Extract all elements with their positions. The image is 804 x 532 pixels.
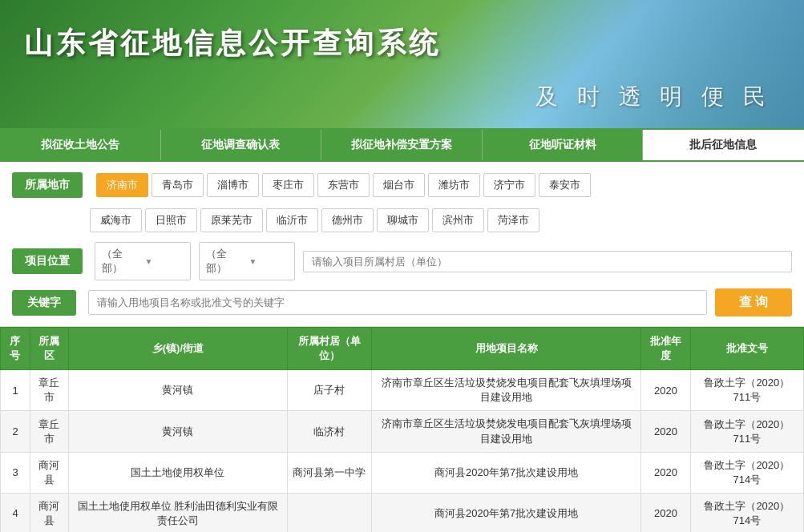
cell-r3-c1: 商河县 (30, 493, 68, 532)
cell-r2-c0: 3 (1, 452, 30, 493)
city-btn-weihai[interactable]: 威海市 (90, 208, 142, 232)
city-btn-linyi[interactable]: 临沂市 (266, 208, 318, 232)
cell-r1-c4: 济南市章丘区生活垃圾焚烧发电项目配套飞灰填埋场项目建设用地 (371, 411, 640, 452)
search-button[interactable]: 查 询 (715, 288, 792, 316)
city-btn-qingdao[interactable]: 青岛市 (152, 173, 204, 197)
city-btn-jinan[interactable]: 济南市 (96, 173, 148, 197)
cell-r3-c6: 鲁政土字（2020）714号 (690, 493, 803, 532)
main-nav: 拟征收土地公告征地调查确认表拟征地补偿安置方案征地听证材料批后征地信息 (0, 128, 804, 162)
cell-r0-c3: 店子村 (287, 370, 371, 411)
table-row: 3商河县国土土地使用权单位商河县第一中学商河县2020年第7批次建设用地2020… (1, 452, 804, 493)
th-project: 用地项目名称 (371, 328, 640, 370)
data-table: 序号所属区乡(镇)/街道所属村居（单位）用地项目名称批准年度批准文号 1章丘市黄… (0, 327, 804, 532)
select-township[interactable]: （全部） ▼ (199, 242, 295, 280)
keyword-input[interactable] (88, 290, 707, 315)
city-btn-laiwu[interactable]: 原莱芜市 (200, 208, 263, 232)
nav-item-approved[interactable]: 批后征地信息 (643, 130, 804, 160)
cell-r3-c3 (287, 493, 371, 532)
city-buttons-row2: 威海市日照市原莱芜市临沂市德州市聊城市滨州市菏泽市 (88, 207, 792, 234)
cell-r1-c0: 2 (1, 411, 30, 452)
city-btn-yantai[interactable]: 烟台市 (373, 173, 425, 197)
cell-r2-c5: 2020 (641, 452, 690, 493)
th-seq: 序号 (1, 328, 30, 370)
table-row: 1章丘市黄河镇店子村济南市章丘区生活垃圾焚烧发电项目配套飞灰填埋场项目建设用地2… (1, 370, 804, 411)
position-row: 项目位置 （全部） ▼ （全部） ▼ (12, 242, 792, 280)
region-row2: 威海市日照市原莱芜市临沂市德州市聊城市滨州市菏泽市 (12, 207, 792, 234)
unit-input[interactable] (303, 251, 792, 272)
nav-item-land-notice[interactable]: 拟征收土地公告 (0, 130, 161, 160)
cell-r0-c2: 黄河镇 (68, 370, 287, 411)
cell-r1-c3: 临济村 (287, 411, 371, 452)
cell-r3-c0: 4 (1, 493, 30, 532)
cell-r1-c1: 章丘市 (30, 411, 68, 452)
region-label: 所属地市 (12, 172, 83, 198)
cell-r0-c5: 2020 (641, 370, 690, 411)
cell-r1-c2: 黄河镇 (68, 411, 287, 452)
th-district: 所属区 (30, 328, 68, 370)
cell-r2-c2: 国土土地使用权单位 (68, 452, 287, 493)
cell-r0-c0: 1 (1, 370, 30, 411)
select-township-arrow: ▼ (249, 257, 289, 266)
city-btn-dezhou[interactable]: 德州市 (321, 208, 374, 232)
city-buttons-row1: 济南市青岛市淄博市枣庄市东营市烟台市潍坊市济宁市泰安市 (95, 171, 792, 199)
cell-r2-c1: 商河县 (30, 452, 68, 493)
select-district-arrow: ▼ (145, 257, 184, 266)
header-subtitle: 及 时 透 明 便 民 (535, 82, 772, 112)
city-btn-heze[interactable]: 菏泽市 (487, 208, 539, 232)
table-body: 1章丘市黄河镇店子村济南市章丘区生活垃圾焚烧发电项目配套飞灰填埋场项目建设用地2… (1, 370, 804, 533)
table-row: 4商河县国土土地使用权单位 胜利油田德利实业有限责任公司商河县2020年第7批次… (1, 493, 804, 532)
city-btn-binzhou[interactable]: 滨州市 (432, 208, 484, 232)
cell-r1-c5: 2020 (641, 411, 690, 452)
cell-r2-c3: 商河县第一中学 (287, 452, 371, 493)
table-header-row: 序号所属区乡(镇)/街道所属村居（单位）用地项目名称批准年度批准文号 (1, 328, 804, 370)
city-btn-dongying[interactable]: 东营市 (317, 173, 370, 197)
select-district-value: （全部） (102, 247, 141, 276)
cell-r0-c4: 济南市章丘区生活垃圾焚烧发电项目配套飞灰填埋场项目建设用地 (371, 370, 640, 411)
cell-r2-c4: 商河县2020年第7批次建设用地 (371, 452, 640, 493)
nav-item-compensation[interactable]: 拟征地补偿安置方案 (321, 130, 483, 160)
city-btn-zaozhuang[interactable]: 枣庄市 (262, 173, 314, 197)
select-district[interactable]: （全部） ▼ (95, 242, 191, 280)
position-selects: （全部） ▼ （全部） ▼ (95, 242, 792, 280)
search-section: 所属地市 济南市青岛市淄博市枣庄市东营市烟台市潍坊市济宁市泰安市 威海市日照市原… (0, 162, 804, 327)
cell-r3-c5: 2020 (641, 493, 690, 532)
city-btn-weifang[interactable]: 潍坊市 (428, 173, 480, 197)
cell-r0-c6: 鲁政土字（2020）711号 (690, 370, 803, 411)
th-village: 所属村居（单位） (287, 328, 371, 370)
keyword-label: 关键字 (12, 290, 76, 316)
th-year: 批准年度 (641, 328, 690, 370)
city-btn-zibo[interactable]: 淄博市 (207, 173, 259, 197)
cell-r2-c6: 鲁政土字（2020）714号 (690, 452, 803, 493)
position-label: 项目位置 (12, 248, 83, 274)
cell-r3-c2: 国土土地使用权单位 胜利油田德利实业有限责任公司 (68, 493, 287, 532)
city-btn-rizhao[interactable]: 日照市 (145, 208, 197, 232)
city-btn-jining[interactable]: 济宁市 (483, 173, 535, 197)
keyword-row: 关键字 查 询 (12, 288, 792, 316)
site-title: 山东省征地信息公开查询系统 (24, 24, 441, 63)
region-row: 所属地市 济南市青岛市淄博市枣庄市东营市烟台市潍坊市济宁市泰安市 (12, 171, 792, 199)
nav-item-hearing[interactable]: 征地听证材料 (483, 130, 644, 160)
table-row: 2章丘市黄河镇临济村济南市章丘区生活垃圾焚烧发电项目配套飞灰填埋场项目建设用地2… (1, 411, 804, 452)
cell-r1-c6: 鲁政土字（2020）711号 (690, 411, 803, 452)
th-doc: 批准文号 (690, 328, 803, 370)
city-btn-liaocheng[interactable]: 聊城市 (377, 208, 429, 232)
select-township-value: （全部） (206, 247, 245, 276)
th-township: 乡(镇)/街道 (68, 328, 287, 370)
city-btn-taian[interactable]: 泰安市 (539, 173, 591, 197)
nav-item-survey-confirm[interactable]: 征地调查确认表 (161, 130, 322, 160)
header-banner: 山东省征地信息公开查询系统 及 时 透 明 便 民 (0, 0, 804, 128)
table-header: 序号所属区乡(镇)/街道所属村居（单位）用地项目名称批准年度批准文号 (1, 328, 804, 370)
cell-r0-c1: 章丘市 (30, 370, 68, 411)
cell-r3-c4: 商河县2020年第7批次建设用地 (371, 493, 640, 532)
